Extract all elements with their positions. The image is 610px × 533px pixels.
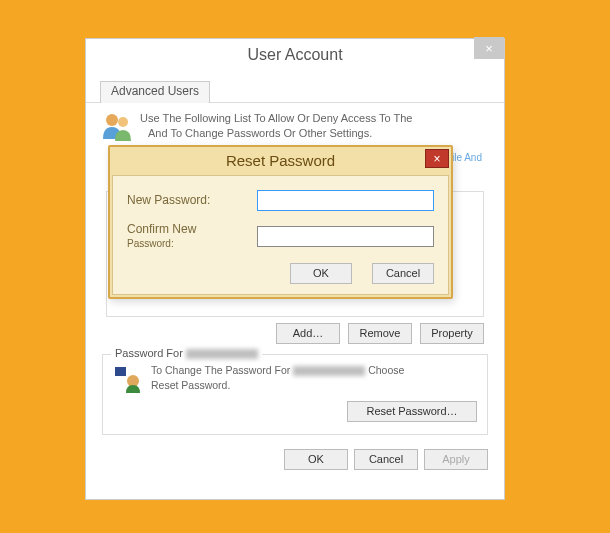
modal-cancel-button[interactable]: Cancel — [372, 263, 434, 284]
titlebar: User Account × — [86, 39, 504, 71]
new-password-input[interactable] — [257, 190, 434, 211]
redacted-username-2 — [293, 366, 365, 376]
modal-ok-button[interactable]: OK — [290, 263, 352, 284]
reset-password-dialog: Reset Password × New Password: Confirm N… — [108, 145, 453, 299]
link-text[interactable]: ile And — [450, 152, 482, 163]
users-icon — [100, 109, 134, 143]
svg-point-1 — [118, 117, 128, 127]
modal-titlebar: Reset Password × — [110, 147, 451, 173]
redacted-username — [186, 349, 258, 359]
dialog-buttons: OK Cancel Apply — [86, 435, 504, 470]
ok-button[interactable]: OK — [284, 449, 348, 470]
window-title: User Account — [247, 46, 342, 64]
cancel-button[interactable]: Cancel — [354, 449, 418, 470]
apply-button[interactable]: Apply — [424, 449, 488, 470]
modal-title-text: Reset Password — [226, 152, 335, 169]
close-icon[interactable]: × — [474, 37, 504, 59]
close-icon[interactable]: × — [425, 149, 449, 168]
tab-strip: Advanced Users — [100, 81, 504, 103]
list-button-row: Add… Remove Property — [106, 323, 484, 344]
password-group: Password For To Change The Password For … — [102, 354, 488, 435]
key-user-icon — [113, 363, 143, 393]
new-password-label: New Password: — [127, 194, 257, 208]
confirm-password-input[interactable] — [257, 226, 434, 247]
reset-password-button[interactable]: Reset Password… — [347, 401, 477, 422]
add-button[interactable]: Add… — [276, 323, 340, 344]
confirm-password-label: Confirm New Password: — [127, 223, 257, 251]
property-button[interactable]: Property — [420, 323, 484, 344]
info-text: Use The Following List To Allow Or Deny … — [140, 109, 412, 141]
info-row: Use The Following List To Allow Or Deny … — [86, 102, 504, 147]
svg-rect-2 — [115, 367, 126, 376]
remove-button[interactable]: Remove — [348, 323, 412, 344]
group-title: Password For — [111, 347, 262, 359]
password-instruction: To Change The Password For Choose Reset … — [151, 363, 404, 392]
svg-point-0 — [106, 114, 118, 126]
tab-advanced-users[interactable]: Advanced Users — [100, 81, 210, 103]
modal-body: New Password: Confirm New Password: OK C… — [112, 175, 449, 295]
